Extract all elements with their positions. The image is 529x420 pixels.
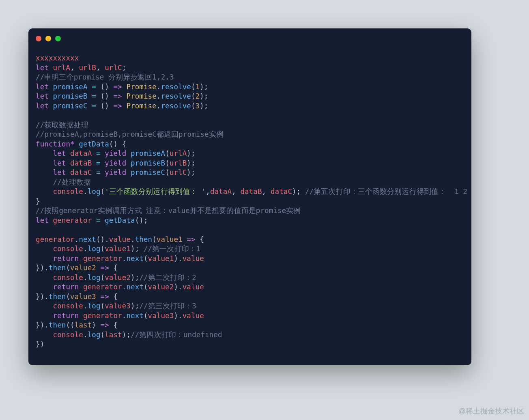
t: yield [105,159,131,167]
t: . [157,102,161,110]
t: () { [109,140,127,148]
t: ( [191,83,196,91]
t: //处理数据 [53,178,91,186]
t: ). [174,254,182,263]
t: value2 [148,283,174,291]
t: value [183,254,204,263]
t: { [200,235,204,243]
t: . [83,245,88,253]
t: console [53,331,83,339]
t [36,245,53,253]
t: then [135,235,153,243]
t: then [49,293,66,301]
t [36,274,53,282]
t: { [113,264,118,272]
t: ( [191,92,196,100]
t: , [262,187,271,196]
t: //按照generator实例调用方式 注意：value并不是想要的值而是pro… [36,207,301,215]
code-line: //获取数据处理 [36,121,88,129]
t: ); [187,168,195,177]
t: return [53,312,83,320]
t: => [101,264,114,272]
t: 3 [196,102,200,110]
t: dataC [70,168,96,177]
t: resolve [161,83,191,91]
code-line: let promiseC = () => Promise.resolve(3); [36,102,209,110]
t: { [113,293,118,301]
code-line: let generator = getData(); [36,216,148,224]
t: //申明三个promise 分别异步返回1,2,3 [36,73,174,81]
t: => [113,102,126,110]
t: = [96,149,105,157]
t: let [36,83,53,91]
t: getData [79,140,109,148]
t: promiseB [131,159,165,167]
t: ; [122,64,127,72]
t: log [88,331,101,339]
t: dataA [210,187,232,196]
t [36,302,53,310]
t: urlC [170,168,187,177]
t: return [53,254,83,263]
code-line: return generator.next(value3).value [36,312,204,320]
t: . [83,274,88,282]
t: then [49,321,66,329]
t: urlC [105,64,122,72]
t: Promise [126,83,156,91]
t [36,178,53,186]
t: urlA [53,64,71,72]
t: //promiseA,promiseB,promiseC都返回promise实例 [36,130,224,138]
t: promiseA [53,83,92,91]
t: ( [101,274,105,282]
code-line: //promiseA,promiseB,promiseC都返回promise实例 [36,130,224,138]
code-card: xxxxxxxxxx let urlA, urlB, urlC; //申明三个p… [28,28,471,365]
t: ); [292,187,305,196]
code-line: let promiseA = () => Promise.resolve(1); [36,83,209,91]
t: }) [36,340,44,348]
t: generator [53,216,96,224]
t: resolve [161,92,191,100]
t: = [92,102,100,110]
t: let [36,64,53,72]
code-line: generator.next().value.then(value1 => { [36,235,204,243]
t: return [53,283,83,291]
t: . [131,235,135,243]
t: value3 [70,293,100,301]
t: ( [101,302,105,310]
t: . [83,187,88,196]
t: let [36,92,53,100]
close-icon [36,36,41,41]
t: generator [83,254,122,263]
t: value2 [70,264,100,272]
code-line: console.log(value2);//第二次打印：2 [36,274,196,282]
t: yield [105,149,131,157]
t: value2 [105,274,131,282]
t: , [96,64,105,72]
code-line: }).then(value2 => { [36,264,118,272]
t: () [101,102,114,110]
t: next [79,235,96,243]
t: log [88,187,101,196]
code-line: let urlA, urlB, urlC; [36,64,126,72]
t: ); [200,92,208,100]
t: ); [131,245,144,253]
t: ( [165,159,170,167]
t: value3 [105,302,131,310]
t: next [126,283,144,291]
t: = [92,92,100,100]
t: => [113,83,126,91]
code-line: } [36,197,40,205]
t: yield [105,168,131,177]
t: 2 [196,92,200,100]
t: then [49,264,66,272]
t: }). [36,264,49,272]
code-line: }).then(value3 => { [36,293,118,301]
t: value1 [157,235,187,243]
t: (). [96,235,109,243]
t: , [232,187,240,196]
t: console [53,187,83,196]
t: ( [191,102,196,110]
t: urlB [170,159,187,167]
t: , [206,187,210,196]
t: let [53,159,71,167]
